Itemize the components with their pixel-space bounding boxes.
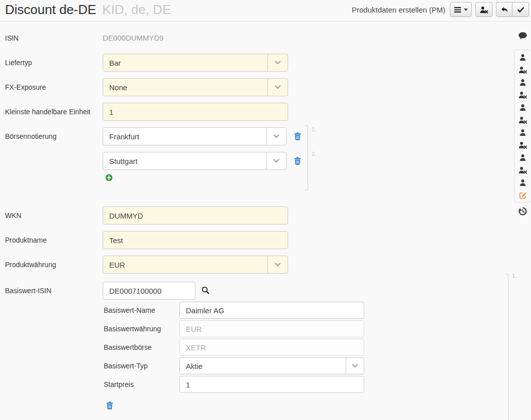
listing-select-2[interactable]: Stuttgart bbox=[103, 152, 287, 170]
fx-exposure-selected-value: None bbox=[109, 83, 127, 92]
fx-exposure-label: FX-Exposure bbox=[5, 78, 103, 92]
history-button[interactable] bbox=[518, 207, 527, 218]
menu-button[interactable] bbox=[450, 2, 472, 17]
chevron-down-icon bbox=[266, 128, 286, 145]
produktname-row: Produktname bbox=[5, 231, 531, 249]
startpreis-input[interactable] bbox=[179, 376, 364, 393]
boersennotierung-row: Börsennotierung Frankfurt Stuttgart 1. 2… bbox=[5, 127, 531, 190]
user-icon[interactable] bbox=[518, 129, 527, 136]
chevron-down-icon bbox=[268, 79, 288, 96]
kleinste-einheit-label: Kleinste handelbare Einheit bbox=[5, 103, 103, 116]
basiswert-isin-row: Basiswert-ISIN bbox=[5, 282, 531, 300]
add-listing-button[interactable] bbox=[105, 174, 301, 181]
user-icon[interactable] bbox=[518, 54, 527, 61]
search-underlying-button[interactable] bbox=[201, 286, 209, 294]
listing-index: 1. bbox=[312, 126, 316, 132]
user-x-icon[interactable] bbox=[518, 116, 527, 124]
basiswertboerse-input bbox=[179, 339, 364, 356]
undo-button[interactable] bbox=[496, 2, 512, 17]
remove-user-button[interactable] bbox=[475, 2, 492, 17]
remove-listing-button[interactable] bbox=[294, 157, 301, 165]
kleinste-einheit-input[interactable] bbox=[103, 103, 288, 121]
chevron-down-icon bbox=[266, 152, 286, 169]
produktname-label: Produktname bbox=[5, 231, 103, 245]
liefertyp-selected-value: Bar bbox=[109, 59, 121, 67]
listing-item: Stuttgart bbox=[103, 152, 301, 170]
basiswert-name-input[interactable] bbox=[179, 302, 364, 319]
produktwaehrung-row: Produktwährung EUR bbox=[5, 256, 531, 274]
fx-exposure-row: FX-Exposure None bbox=[5, 78, 531, 96]
toolbar-status-label: Produktdaten erstellen (PM) bbox=[352, 6, 445, 14]
chevron-down-icon bbox=[346, 358, 364, 374]
boersennotierung-label: Börsennotierung bbox=[5, 127, 103, 141]
user-x-icon bbox=[479, 6, 488, 14]
basiswert-name-row: Basiswert-Name bbox=[104, 302, 531, 319]
wkn-row: WKN bbox=[5, 206, 531, 225]
user-icon[interactable] bbox=[518, 79, 527, 86]
basiswert-typ-select[interactable]: Aktie bbox=[179, 357, 364, 374]
user-icon[interactable] bbox=[518, 179, 527, 186]
startpreis-row: Startpreis bbox=[104, 376, 531, 393]
boersennotierung-items: Frankfurt Stuttgart bbox=[103, 127, 301, 181]
basiswert-typ-row: Basiswert-Typ Aktie bbox=[104, 357, 531, 374]
listing-selected-value: Stuttgart bbox=[109, 157, 138, 165]
user-x-icon[interactable] bbox=[518, 141, 527, 149]
user-x-icon[interactable] bbox=[518, 91, 527, 99]
trash-icon bbox=[294, 132, 301, 140]
produktwaehrung-selected-value: EUR bbox=[109, 261, 125, 269]
basiswertboerse-label: Basiswertbörse bbox=[104, 343, 179, 351]
action-button-group bbox=[496, 2, 529, 17]
user-icon-panel bbox=[514, 50, 531, 202]
remove-underlying-button[interactable] bbox=[106, 401, 113, 409]
liefertyp-select[interactable]: Bar bbox=[103, 54, 288, 72]
basiswert-name-label: Basiswert-Name bbox=[104, 306, 179, 314]
listing-selected-value: Frankfurt bbox=[109, 132, 139, 141]
user-x-icon[interactable] bbox=[518, 66, 527, 74]
startpreis-label: Startpreis bbox=[104, 380, 179, 388]
produktwaehrung-select[interactable]: EUR bbox=[103, 256, 288, 274]
user-icon[interactable] bbox=[518, 104, 527, 111]
listing-select-1[interactable]: Frankfurt bbox=[103, 127, 287, 145]
user-icon[interactable] bbox=[518, 154, 527, 161]
page-subtitle: KID, de, DE bbox=[102, 2, 171, 17]
wkn-label: WKN bbox=[5, 206, 103, 220]
underlying-group-separator: 1. bbox=[508, 274, 508, 420]
isin-label: ISIN bbox=[5, 34, 103, 43]
page-title: Discount de-DE bbox=[5, 2, 96, 17]
basiswert-details: Basiswert-Name Basiswertwährung Basiswer… bbox=[104, 302, 531, 420]
user-x-icon[interactable] bbox=[518, 166, 527, 174]
isin-row: ISIN DE000DUMMYD9 bbox=[5, 34, 531, 43]
basiswert-isin-input[interactable] bbox=[103, 282, 195, 300]
wkn-input[interactable] bbox=[103, 206, 288, 225]
chevron-down-icon bbox=[268, 54, 288, 71]
basiswert-isin-label: Basiswert-ISIN bbox=[5, 282, 103, 295]
chevron-down-icon bbox=[268, 256, 288, 273]
remove-listing-button[interactable] bbox=[294, 132, 301, 140]
underlying-index: 1. bbox=[512, 273, 516, 279]
basiswertwaehrung-row: Basiswertwährung bbox=[104, 320, 531, 337]
confirm-button[interactable] bbox=[512, 2, 529, 17]
check-icon bbox=[517, 7, 524, 13]
kleinste-einheit-row: Kleinste handelbare Einheit bbox=[5, 103, 531, 121]
listing-group-separator: 1. 2. bbox=[308, 125, 308, 190]
page-header: Discount de-DEKID, de, DE Produktdaten e… bbox=[0, 0, 531, 22]
fx-exposure-select[interactable]: None bbox=[103, 78, 288, 96]
edit-icon[interactable] bbox=[518, 191, 527, 199]
liefertyp-row: Liefertyp Bar bbox=[5, 54, 531, 72]
produktname-input[interactable] bbox=[103, 231, 288, 249]
basiswert-typ-selected-value: Aktie bbox=[186, 362, 202, 370]
basiswertwaehrung-input bbox=[179, 320, 364, 337]
search-icon bbox=[201, 286, 209, 294]
comment-button[interactable] bbox=[518, 32, 527, 42]
produktwaehrung-label: Produktwährung bbox=[5, 256, 103, 269]
basiswertwaehrung-label: Basiswertwährung bbox=[104, 325, 179, 333]
product-form: ISIN DE000DUMMYD9 Liefertyp Bar FX-Expos… bbox=[0, 22, 531, 420]
liefertyp-label: Liefertyp bbox=[5, 54, 103, 67]
hamburger-icon bbox=[454, 7, 461, 13]
toolbar: Produktdaten erstellen (PM) bbox=[352, 2, 529, 17]
basiswert-typ-label: Basiswert-Typ bbox=[104, 362, 179, 370]
basiswertboerse-row: Basiswertbörse bbox=[104, 339, 531, 356]
chevron-down-icon bbox=[464, 9, 468, 11]
listing-item: Frankfurt bbox=[103, 127, 301, 145]
trash-icon bbox=[294, 157, 301, 165]
